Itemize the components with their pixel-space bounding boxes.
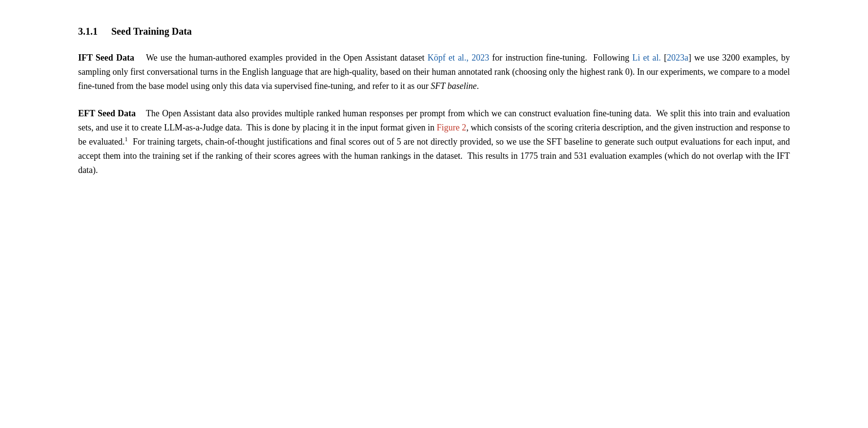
section-heading: 3.1.1Seed Training Data	[78, 23, 790, 39]
content-area: 3.1.1Seed Training Data IFT Seed Data We…	[78, 23, 790, 177]
cite-kopf-2023[interactable]: Köpf et al., 2023	[428, 53, 489, 63]
ift-paragraph: IFT Seed Data We use the human-authored …	[78, 51, 790, 93]
eft-text-part3: For training targets, chain-of-thought j…	[78, 137, 790, 175]
eft-term: EFT Seed Data	[78, 108, 136, 118]
ift-text-before-cite1: We use the human-authored examples provi…	[146, 53, 428, 63]
section-number: 3.1.1	[78, 26, 98, 37]
section-title: Seed Training Data	[111, 26, 192, 37]
cite-li-2023a[interactable]: 2023a	[667, 53, 688, 63]
ift-text-end: .	[476, 81, 479, 91]
ift-text-after-cite1: for instruction fine-tuning. Following	[489, 53, 632, 63]
ift-italic-text: SFT baseline	[431, 81, 476, 91]
eft-paragraph: EFT Seed Data The Open Assistant data al…	[78, 107, 790, 177]
ift-term: IFT Seed Data	[78, 53, 134, 63]
figure-2-link[interactable]: Figure 2	[437, 123, 467, 132]
cite-li-author[interactable]: Li et al.	[632, 53, 661, 63]
